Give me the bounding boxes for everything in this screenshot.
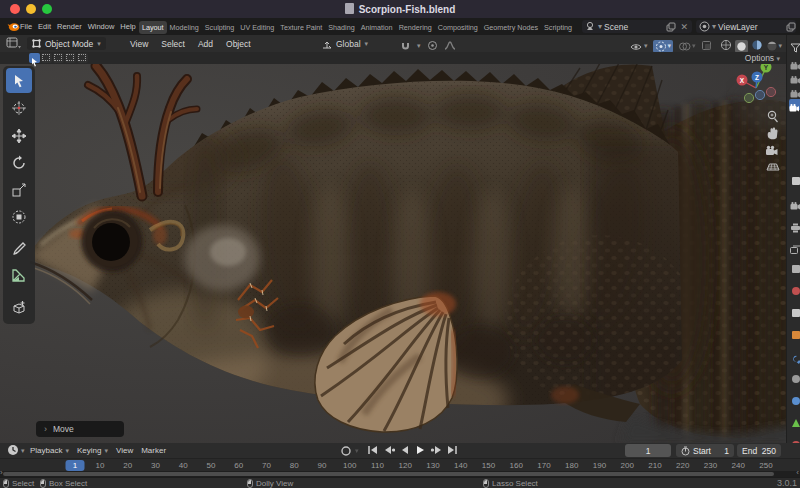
workspace-tab-modeling[interactable]: Modeling [167,21,202,34]
status-bar: SelectBox SelectDolly ViewLasso Select 3… [0,477,800,488]
workspace-tab-uv-editing[interactable]: UV Editing [237,21,277,34]
play-button[interactable] [414,444,427,456]
menu-help[interactable]: Help [120,22,135,31]
tool-scale[interactable] [6,177,32,202]
tool-move[interactable] [6,123,32,148]
properties-tab-icon[interactable] [790,329,800,340]
auto-keying-icon[interactable] [340,445,352,457]
properties-tab-icon[interactable] [790,85,800,96]
menu-edit[interactable]: Edit [38,22,51,31]
timeline-menu-playback[interactable]: Playback [30,446,62,455]
properties-tab-icon[interactable] [790,417,800,428]
timeline-menus: Playback▾Keying▾ViewMarker [30,443,166,458]
timeline-menu-marker[interactable]: Marker [141,446,166,455]
properties-tab-icon[interactable] [790,57,800,68]
timeline-menu-view[interactable]: View [116,446,133,455]
viewlayer-selector[interactable]: ▾ ViewLayer [696,20,796,33]
properties-tab-icon[interactable] [790,351,800,362]
properties-tab-icon[interactable] [790,219,800,230]
new-viewlayer-icon[interactable] [786,22,796,32]
ruler-tick: 130 [426,461,439,470]
prev-frame-button[interactable] [398,444,411,456]
scroll-left-arrow[interactable]: › [0,468,3,477]
select-mode-extend[interactable] [41,53,52,63]
workspace-tab-animation[interactable]: Animation [358,21,396,34]
properties-tab-icon[interactable] [790,241,800,252]
next-keyframe-button[interactable] [430,444,443,456]
menu-window[interactable]: Window [88,22,115,31]
ruler-tick: 210 [648,461,661,470]
ruler-tick: 20 [123,461,132,470]
properties-tab-icon[interactable] [790,263,800,274]
workspace-tab-sculpting[interactable]: Sculpting [202,21,238,34]
transform-orientation-dropdown[interactable]: Global ▾ [322,37,368,50]
viewport-menu-select[interactable]: Select [161,39,185,49]
new-scene-icon[interactable] [666,22,676,32]
options-dropdown[interactable]: Options ▾ [745,53,780,63]
tool-add-cube[interactable] [6,295,32,320]
overlays-toggle[interactable]: ▾ [678,41,696,52]
frame-start-field[interactable]: Start1 [676,444,734,457]
visibility-dropdown-icon[interactable]: ▾ [630,41,648,52]
workspace-tab-scripting[interactable]: Scripting [541,21,575,34]
ruler-tick: 110 [371,461,384,470]
timeline-menu-keying[interactable]: Keying [77,446,101,455]
tool-cursor[interactable] [6,95,32,120]
jump-to-start-button[interactable] [366,444,379,456]
jump-to-end-button[interactable] [446,444,459,456]
properties-tab-icon[interactable] [790,175,800,186]
properties-tab-icon[interactable] [789,99,800,110]
tool-rotate[interactable] [6,150,32,175]
timeline-ruler[interactable]: 1 10203040506070809010011012013014015016… [0,458,800,471]
viewport-menu-add[interactable]: Add [198,39,213,49]
frame-end-field[interactable]: End250 [737,444,781,457]
mode-dropdown[interactable]: Object Mode ▾ [27,37,106,50]
menu-file[interactable]: File [20,22,32,31]
timeline-editor-chevron[interactable]: ▾ [21,447,25,455]
3d-viewport[interactable]: X Y Z [0,64,800,443]
current-frame-indicator[interactable]: 1 [66,460,85,471]
properties-tab-icon[interactable] [790,395,800,406]
workspace-tab-geometry-nodes[interactable]: Geometry Nodes [481,21,541,34]
workspace-tab-compositing[interactable]: Compositing [435,21,481,34]
tool-annotate[interactable] [6,236,32,261]
ruler-tick: 50 [207,461,216,470]
select-mode-set[interactable] [29,53,40,63]
properties-tab-icon[interactable] [790,39,800,50]
properties-tab-icon[interactable] [790,71,800,82]
workspace-tab-rendering[interactable]: Rendering [396,21,435,34]
viewport-menu-object[interactable]: Object [226,39,251,49]
gizmos-toggle[interactable]: ▾ [653,40,674,53]
scene-selector[interactable]: ▾ Scene ✕ [582,20,692,33]
properties-tab-icon[interactable] [790,197,800,208]
tool-select-box[interactable] [6,68,32,93]
prev-keyframe-button[interactable] [382,444,395,456]
tool-transform[interactable] [6,204,32,229]
select-mode-invert[interactable] [65,53,76,63]
operator-panel-move[interactable]: ›Move [36,421,124,437]
scroll-right-arrow[interactable]: ‹ [796,468,799,477]
solid-shading[interactable] [735,40,748,53]
ruler-tick: 70 [262,461,271,470]
properties-tab-icon[interactable] [790,373,800,384]
properties-tab-icon[interactable] [790,307,800,318]
select-mode-subtract[interactable] [53,53,64,63]
properties-tab-icon[interactable] [790,285,800,296]
tool-measure[interactable] [6,263,32,288]
timeline-scrollbar[interactable] [3,472,774,476]
current-frame-field[interactable]: 1 [625,444,671,457]
rendered-shading[interactable]: ▾ [766,40,783,52]
mouse-icon [3,479,9,488]
viewport-menu-view[interactable]: View [130,39,148,49]
workspace-tab-layout[interactable]: Layout [139,21,167,34]
workspace-tab-shading[interactable]: Shading [325,21,357,34]
snap-dropdown-icon[interactable]: ▾ [417,42,421,50]
editor-type-icon[interactable] [6,37,22,50]
timeline-editor-icon[interactable] [7,444,19,456]
select-mode-intersect[interactable] [77,53,88,63]
menu-render[interactable]: Render [57,22,82,31]
workspace-tab-texture-paint[interactable]: Texture Paint [277,21,325,34]
unlink-scene-icon[interactable]: ✕ [680,22,688,32]
blender-version: 3.0.1 [777,478,797,488]
playback-controls [366,444,459,456]
